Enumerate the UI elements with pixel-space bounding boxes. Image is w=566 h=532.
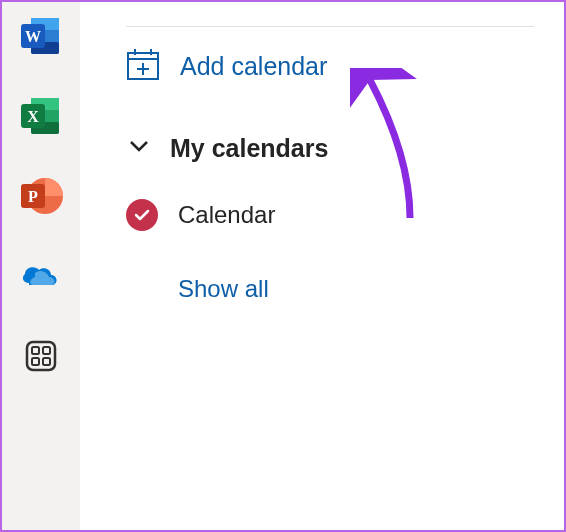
add-calendar-label: Add calendar bbox=[180, 52, 327, 81]
calendar-checkbox-checked[interactable] bbox=[126, 199, 158, 231]
show-all-link[interactable]: Show all bbox=[178, 275, 534, 303]
calendar-name-label: Calendar bbox=[178, 201, 275, 229]
excel-app-icon[interactable]: X bbox=[19, 94, 63, 138]
svg-text:P: P bbox=[28, 188, 38, 205]
add-calendar-icon bbox=[126, 47, 160, 85]
calendar-item[interactable]: Calendar bbox=[126, 199, 534, 231]
svg-rect-13 bbox=[27, 342, 55, 370]
all-apps-icon[interactable] bbox=[19, 334, 63, 378]
divider bbox=[126, 26, 534, 27]
svg-rect-15 bbox=[43, 347, 50, 354]
powerpoint-app-icon[interactable]: P bbox=[19, 174, 63, 218]
add-calendar-button[interactable]: Add calendar bbox=[126, 47, 534, 85]
calendar-sidebar-panel: Add calendar My calendars Calendar Show … bbox=[80, 2, 564, 303]
chevron-down-icon bbox=[126, 133, 152, 163]
svg-rect-16 bbox=[32, 358, 39, 365]
app-rail: W X P bbox=[2, 2, 80, 530]
svg-rect-14 bbox=[32, 347, 39, 354]
my-calendars-label: My calendars bbox=[170, 134, 328, 163]
svg-rect-17 bbox=[43, 358, 50, 365]
word-app-icon[interactable]: W bbox=[19, 14, 63, 58]
my-calendars-section-toggle[interactable]: My calendars bbox=[126, 133, 534, 163]
svg-text:W: W bbox=[25, 28, 41, 45]
svg-text:X: X bbox=[27, 108, 39, 125]
onedrive-app-icon[interactable] bbox=[19, 254, 63, 298]
